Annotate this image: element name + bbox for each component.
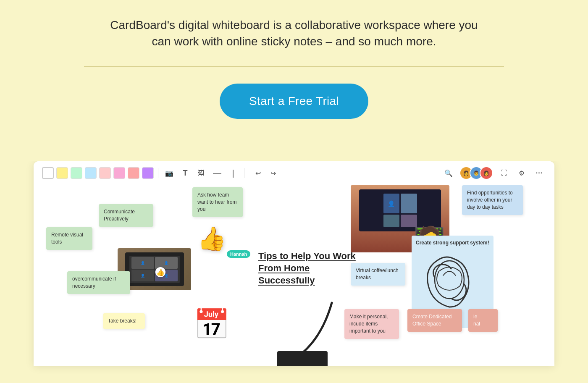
sticky-note-partial-right[interactable]: lenal: [468, 309, 498, 332]
person-tag-hannah: Hannah: [227, 250, 250, 258]
undo-redo-group: ↩ ↪: [251, 166, 280, 180]
drawing-card-title: Create strong support system!: [416, 240, 489, 246]
sticky-note-create-office[interactable]: Create Dedicated Office Space: [407, 309, 462, 332]
hero-section: CardBoard's digital whiteboard is a coll…: [0, 0, 588, 161]
sticky-note-make-personal[interactable]: Make it personal, incude items important…: [344, 309, 399, 338]
sticky-note-remote[interactable]: Remote visual tools: [46, 227, 92, 250]
separator-1: [158, 168, 158, 178]
fullscreen-button[interactable]: ⛶: [497, 166, 511, 180]
color-swatch-yellow[interactable]: [56, 167, 68, 179]
more-options-button[interactable]: ···: [533, 166, 546, 180]
undo-button[interactable]: ↩: [251, 166, 265, 180]
image-tool-button[interactable]: 🖼: [194, 166, 208, 180]
separator-2: [244, 168, 244, 178]
color-swatch-green[interactable]: [71, 167, 82, 179]
divider-tool-button[interactable]: |: [226, 166, 240, 180]
avatar-group: 👩 👨 👩: [459, 166, 493, 180]
divider-bottom: [84, 140, 504, 140]
search-button[interactable]: 🔍: [442, 166, 455, 180]
color-swatch-pink[interactable]: [113, 167, 125, 179]
color-swatch-purple[interactable]: [142, 167, 154, 179]
color-swatch-white[interactable]: [42, 167, 54, 179]
color-swatch-red[interactable]: [128, 167, 139, 179]
color-swatch-blue[interactable]: [85, 167, 97, 179]
whiteboard-section: 📷 T 🖼 — | ↩ ↪ 🔍 👩 👨 👩 ⛶ ⚙ ··: [34, 161, 554, 366]
photo-tool-button[interactable]: 📷: [163, 166, 176, 180]
arm-flex-drawing: [416, 248, 483, 311]
canvas-area[interactable]: Remote visual tools Communicate Proactiv…: [34, 185, 554, 366]
avatar-3: 👩: [480, 166, 493, 180]
toolbar-right: 🔍 👩 👨 👩 ⛶ ⚙ ···: [442, 166, 546, 180]
line-tool-button[interactable]: —: [210, 166, 224, 180]
start-free-trial-button[interactable]: Start a Free Trial: [220, 84, 368, 119]
sticky-note-virtual-coffee[interactable]: Virtual coffee/lunch breaks: [351, 263, 405, 286]
sticky-note-find-opps[interactable]: Find opportunities to involve other in y…: [462, 185, 523, 215]
hero-description: CardBoard's digital whiteboard is a coll…: [105, 17, 483, 50]
toolbar-left: 📷 T 🖼 — | ↩ ↪: [42, 166, 280, 180]
text-tool-button[interactable]: T: [178, 166, 192, 180]
dark-bar: [277, 351, 328, 366]
sticky-note-communicate[interactable]: Communicate Proactively: [99, 204, 153, 227]
redo-button[interactable]: ↪: [266, 166, 280, 180]
sticky-note-overcommunicate[interactable]: overcommunicate if necessary: [67, 271, 130, 294]
calendar-icon: 📅: [193, 307, 230, 341]
sticky-note-ask-how[interactable]: Ask how team want to hear from you: [192, 187, 243, 217]
color-swatch-peach[interactable]: [99, 167, 111, 179]
sticky-note-take-breaks[interactable]: Take breaks!: [103, 313, 145, 329]
large-thumbs-up-icon: 👍: [197, 225, 226, 252]
settings-button[interactable]: ⚙: [515, 166, 528, 180]
toolbar: 📷 T 🖼 — | ↩ ↪ 🔍 👩 👨 👩 ⛶ ⚙ ··: [34, 161, 554, 185]
divider-top: [84, 66, 504, 67]
thumbs-up-laptop: 👍: [155, 267, 165, 277]
